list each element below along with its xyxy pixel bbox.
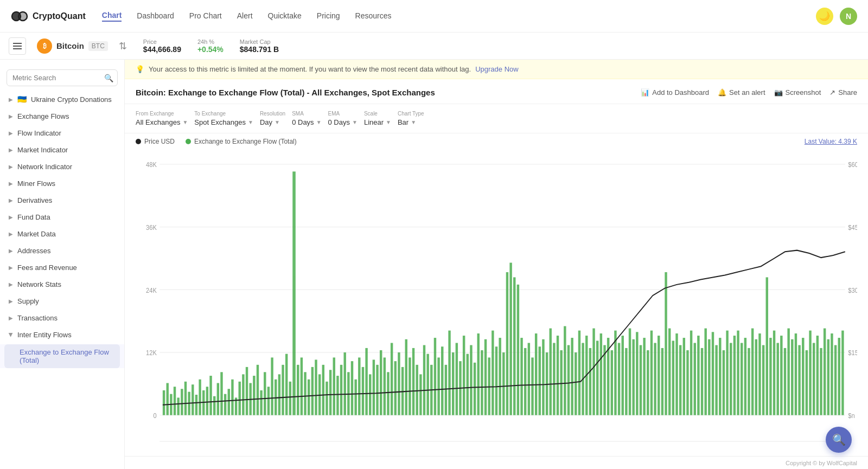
sidebar-item-fund-data[interactable]: ▶ Fund Data [0, 209, 124, 226]
svg-rect-200 [802, 338, 804, 415]
nav-dashboard[interactable]: Dashboard [137, 11, 174, 21]
filter-ema: EMA 0 Days ▼ [328, 111, 358, 126]
sidebar-item-fees-revenue[interactable]: ▶ Fees and Revenue [0, 259, 124, 276]
sidebar-item-label: Network Stats [17, 280, 61, 288]
chart-actions: 📊 Add to Dashboard 🔔 Set an alert 📷 Scre… [641, 88, 857, 97]
sidebar-item-label: Flow Indicator [17, 129, 61, 137]
chevron-down-icon: ▼ [316, 119, 322, 125]
svg-rect-174 [708, 339, 710, 415]
change-item: 24h % +0.54% [197, 38, 224, 54]
resolution-select[interactable]: Day ▼ [260, 118, 285, 126]
sidebar-item-label: Network Indicator [17, 163, 72, 171]
svg-rect-141 [589, 348, 591, 415]
svg-rect-102 [448, 331, 450, 415]
share-button[interactable]: ↗ Share [829, 88, 857, 97]
header-actions: 🌙 N [816, 8, 857, 25]
from-exchange-label: From Exchange [136, 111, 188, 117]
svg-rect-86 [391, 343, 393, 415]
from-exchange-select[interactable]: All Exchanges ▼ [136, 118, 188, 126]
svg-rect-78 [362, 367, 364, 415]
svg-rect-45 [242, 374, 244, 415]
nav-quicktake[interactable]: Quicktake [268, 11, 302, 21]
legend-flow-label: Exchange to Exchange Flow (Total) [194, 138, 297, 145]
chevron-down-icon: ▼ [411, 119, 416, 125]
sidebar-item-exchange-flows[interactable]: ▶ Exchange Flows [0, 108, 124, 125]
sidebar-item-inter-entity[interactable]: ▶ Inter Entity Flows [0, 326, 124, 343]
header: CryptoQuant Chart Dashboard Pro Chart Al… [0, 0, 868, 33]
svg-text:$30K: $30K [848, 286, 857, 294]
svg-rect-94 [419, 374, 422, 415]
bell-icon: 🔔 [718, 88, 726, 97]
svg-rect-173 [704, 329, 706, 415]
user-avatar[interactable]: N [840, 8, 857, 25]
sidebar-toggle[interactable] [9, 37, 26, 55]
chevron-right-icon: ▶ [9, 147, 13, 153]
svg-rect-127 [539, 346, 541, 415]
change-label: 24h % [197, 38, 224, 45]
sidebar-item-network-indicator[interactable]: ▶ Network Indicator [0, 158, 124, 175]
svg-rect-84 [384, 357, 386, 415]
theme-toggle[interactable]: 🌙 [816, 8, 833, 25]
search-input[interactable] [7, 69, 118, 86]
nav-chart[interactable]: Chart [102, 11, 122, 22]
svg-point-3 [18, 12, 27, 21]
chevron-down-icon: ▼ [386, 119, 391, 125]
screenshot-button[interactable]: 📷 Screenshot [774, 88, 821, 97]
to-exchange-select[interactable]: Spot Exchanges ▼ [194, 118, 253, 126]
scale-select[interactable]: Linear ▼ [364, 118, 391, 126]
svg-rect-63 [308, 380, 310, 415]
chevron-right-icon: ▶ [9, 248, 13, 254]
svg-rect-115 [495, 346, 497, 415]
search-fab[interactable]: 🔍 [826, 427, 852, 453]
svg-rect-150 [622, 336, 624, 415]
sidebar-item-market-data[interactable]: ▶ Market Data [0, 226, 124, 242]
chart-type-select[interactable]: Bar ▼ [398, 118, 424, 126]
svg-rect-152 [629, 329, 631, 415]
legend: Price USD Exchange to Exchange Flow (Tot… [125, 133, 868, 150]
svg-rect-52 [267, 387, 270, 415]
copyright-text: Copyright © by WolfCapital [786, 460, 857, 466]
logo[interactable]: CryptoQuant [11, 8, 86, 25]
nav-alert[interactable]: Alert [237, 11, 253, 21]
sidebar-item-label: Derivatives [17, 196, 52, 204]
sidebar-item-network-stats[interactable]: ▶ Network Stats [0, 276, 124, 293]
upgrade-link[interactable]: Upgrade Now [475, 65, 519, 73]
sma-select[interactable]: 0 Days ▼ [292, 118, 321, 126]
chevron-right-icon: ▶ [9, 197, 13, 203]
svg-rect-209 [834, 345, 837, 415]
mcap-item: Market Cap $848.791 B [240, 38, 279, 54]
svg-rect-190 [766, 277, 768, 415]
svg-rect-28 [181, 389, 183, 415]
price-value: $44,666.89 [143, 45, 181, 54]
sidebar-item-supply[interactable]: ▶ Supply [0, 293, 124, 310]
set-alert-button[interactable]: 🔔 Set an alert [718, 88, 765, 97]
nav-pricing[interactable]: Pricing [317, 11, 340, 21]
svg-rect-111 [481, 350, 483, 415]
sidebar-item-transactions[interactable]: ▶ Transactions [0, 310, 124, 326]
sidebar-item-miner-flows[interactable]: ▶ Miner Flows [0, 175, 124, 192]
main-content: 💡 Your access to this metric is limited … [125, 60, 868, 469]
legend-flow: Exchange to Exchange Flow (Total) [186, 138, 297, 145]
menu-icon [13, 43, 22, 49]
sidebar-item-market-indicator[interactable]: ▶ Market Indicator [0, 142, 124, 158]
sidebar-item-addresses[interactable]: ▶ Addresses [0, 242, 124, 259]
swap-icon[interactable]: ⇅ [119, 40, 127, 52]
price-section: Price $44,666.89 24h % +0.54% Market Cap… [143, 38, 279, 54]
sidebar-item-ukraine[interactable]: ▶ 🇺🇦 Ukraine Crypto Donations [0, 91, 124, 108]
sidebar-item-derivatives[interactable]: ▶ Derivatives [0, 192, 124, 209]
sidebar-sub-inter-entity: Exchange to Exchange Flow (Total) [0, 344, 124, 368]
nav-prochart[interactable]: Pro Chart [189, 11, 222, 21]
nav-resources[interactable]: Resources [355, 11, 392, 21]
svg-rect-155 [640, 345, 642, 415]
footer: Copyright © by WolfCapital [125, 456, 868, 469]
svg-text:$n: $n [848, 412, 854, 420]
svg-rect-198 [795, 333, 797, 415]
sidebar-item-flow-indicator[interactable]: ▶ Flow Indicator [0, 125, 124, 142]
svg-rect-178 [723, 350, 725, 415]
svg-rect-120 [513, 277, 515, 415]
ema-select[interactable]: 0 Days ▼ [328, 118, 358, 126]
sidebar-sub-exchange-flow[interactable]: Exchange to Exchange Flow (Total) [4, 344, 120, 368]
last-value[interactable]: Last Value: 4.39 K [805, 138, 857, 145]
svg-rect-58 [289, 382, 291, 415]
add-dashboard-button[interactable]: 📊 Add to Dashboard [641, 88, 709, 97]
